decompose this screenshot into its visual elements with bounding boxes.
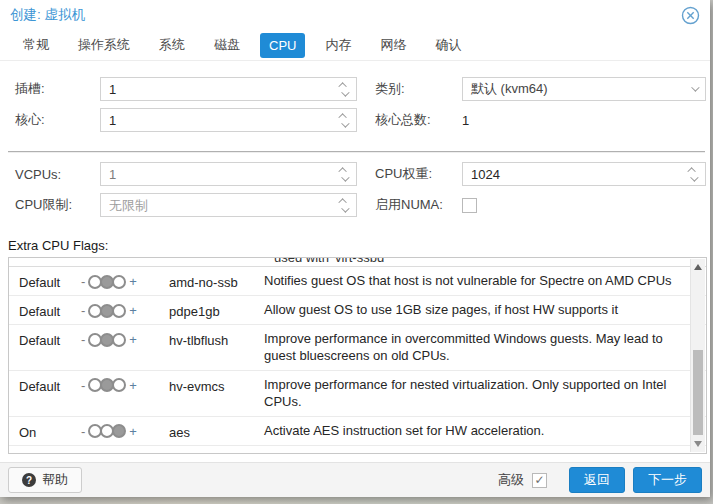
dialog-footer: ? 帮助 高级 ✓ 返回 下一步 [0,462,710,497]
flag-description: Notifies guest OS that host is not vulne… [264,273,706,290]
flag-name: amd-no-ssb [169,273,264,290]
clipped-flag-row: used with 'virt-ssbd' [9,258,706,267]
flag-state: On [9,423,81,440]
vcpus-field [100,162,357,186]
dropdown-chevron-icon [691,83,699,91]
tab-disks[interactable]: 磁盘 [205,31,249,59]
help-button[interactable]: ? 帮助 [8,467,82,493]
slider-on-stop[interactable] [112,424,126,438]
tab-confirm[interactable]: 确认 [426,31,470,59]
help-icon: ? [22,473,36,487]
dialog-title: 创建: 虚拟机 [10,6,85,24]
back-button[interactable]: 返回 [569,467,625,493]
tristate-slider[interactable]: - + [81,303,137,318]
cpu-flags-table: used with 'virt-ssbd' Default - + amd-no… [8,257,707,454]
section-divider [8,151,705,152]
total-cores-label: 核心总数: [375,111,462,129]
flag-name: hv-evmcs [169,377,264,394]
type-label: 类别: [375,80,462,98]
tab-bar: 常规 操作系统 系统 磁盘 CPU 内存 网络 确认 [0,30,710,61]
flag-row-amd-no-ssb: Default - + amd-no-ssb Notifies guest OS… [9,267,706,296]
flag-description: Improve performance in overcommitted Win… [264,331,706,365]
cpu-weight-input[interactable] [463,163,705,185]
flag-name: pdpe1gb [169,302,264,319]
tab-cpu[interactable]: CPU [260,33,305,58]
numa-label: 启用NUMA: [375,196,462,214]
next-button[interactable]: 下一步 [633,467,702,493]
create-vm-dialog: 创建: 虚拟机 常规 操作系统 系统 磁盘 CPU 内存 网络 确认 插槽: [0,0,710,497]
flag-name: hv-tlbflush [169,331,264,348]
vcpus-label: VCPUs: [15,167,100,182]
flag-description: Improve performance for nested virtualiz… [264,377,706,411]
scroll-up-icon[interactable] [694,264,702,270]
cores-input[interactable] [101,109,356,131]
flag-row-aes: On - + aes Activate AES instruction set … [9,417,706,446]
table-scrollbar[interactable] [690,259,705,452]
slider-on-stop[interactable] [112,275,126,289]
tristate-slider[interactable]: - + [81,274,137,289]
scrollbar-thumb[interactable] [693,350,703,435]
numa-checkbox[interactable] [462,198,477,213]
flag-state: Default [9,273,81,290]
cores-field [100,108,357,132]
tab-os[interactable]: 操作系统 [69,31,139,59]
advanced-label: 高级 [498,471,524,489]
cpu-type-select[interactable]: 默认 (kvm64) [462,77,706,101]
flag-row-hv-evmcs: Default - + hv-evmcs Improve performance… [9,371,706,417]
flag-state: Default [9,377,81,394]
flag-description: Allow guest OS to use 1GB size pages, if… [264,302,706,319]
sockets-field [100,77,357,101]
flag-description: Activate AES instruction set for HW acce… [264,423,706,440]
cpu-weight-label: CPU权重: [375,165,462,183]
dialog-header: 创建: 虚拟机 [0,0,710,30]
slider-on-stop[interactable] [112,378,126,392]
tristate-slider[interactable]: - + [81,332,137,347]
flag-row-pdpe1gb: Default - + pdpe1gb Allow guest OS to us… [9,296,706,325]
cores-label: 核心: [15,111,100,129]
cpu-form: 插槽: 类别: 默认 (kvm64) 核心: [0,61,710,224]
tristate-slider[interactable]: - + [81,424,137,439]
cpu-weight-spinner[interactable] [685,163,701,185]
cpu-limit-input[interactable] [101,194,356,216]
close-icon[interactable] [681,6,700,25]
extra-cpu-flags-label: Extra CPU Flags: [8,238,710,253]
sockets-spinner[interactable] [336,78,352,100]
help-button-label: 帮助 [42,471,68,489]
flag-row-hv-tlbflush: Default - + hv-tlbflush Improve performa… [9,325,706,371]
slider-on-stop[interactable] [112,333,126,347]
cpu-weight-field [462,162,706,186]
tab-system[interactable]: 系统 [150,31,194,59]
flag-state: Default [9,302,81,319]
tab-memory[interactable]: 内存 [316,31,360,59]
cpu-limit-label: CPU限制: [15,196,100,214]
vcpus-spinner[interactable] [336,163,352,185]
flag-name: aes [169,423,264,440]
advanced-checkbox[interactable]: ✓ [532,473,547,488]
scroll-down-icon[interactable] [694,441,702,447]
tristate-slider[interactable]: - + [81,378,137,393]
cpu-type-value: 默认 (kvm64) [463,80,548,98]
slider-on-stop[interactable] [112,304,126,318]
vcpus-input[interactable] [101,163,356,185]
cores-spinner[interactable] [336,109,352,131]
cpu-limit-spinner[interactable] [336,194,352,216]
tab-general[interactable]: 常规 [14,31,58,59]
tab-network[interactable]: 网络 [371,31,415,59]
flag-state: Default [9,331,81,348]
sockets-input[interactable] [101,78,356,100]
sockets-label: 插槽: [15,80,100,98]
cpu-limit-field [100,193,357,217]
total-cores-value: 1 [462,113,469,128]
